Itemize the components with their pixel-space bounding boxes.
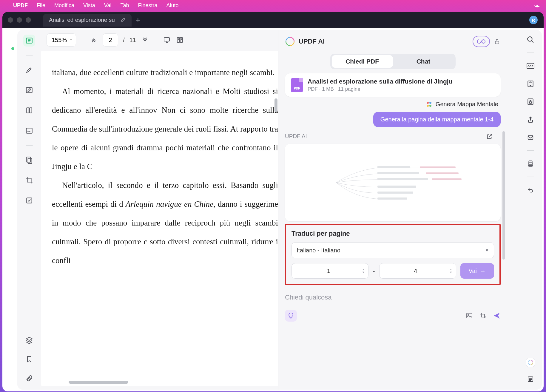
divider (83, 36, 83, 44)
next-page-icon[interactable] (141, 36, 149, 44)
layers-icon[interactable] (23, 334, 35, 346)
sidebar-divider (527, 150, 534, 151)
sidebar-divider (527, 177, 534, 177)
page-to-stepper[interactable]: 4| ▲▼ (379, 263, 456, 279)
updf-logo-small-icon[interactable] (526, 358, 535, 367)
svg-rect-1 (26, 87, 32, 92)
zoom-dropdown[interactable]: 155% (47, 33, 76, 47)
svg-rect-21 (467, 313, 472, 318)
menu-app[interactable]: UPDF (13, 2, 28, 9)
menu-window[interactable]: Finestra (138, 2, 157, 9)
menu-go[interactable]: Vai (104, 2, 112, 9)
svg-rect-20 (432, 178, 462, 180)
go-button[interactable]: Vai→ (460, 263, 494, 279)
menu-view[interactable]: Vista (83, 2, 95, 9)
menu-help[interactable]: Aiuto (166, 2, 179, 9)
chat-bottom-bar (285, 310, 501, 322)
prev-page-icon[interactable] (90, 36, 98, 44)
stepper-arrows-icon[interactable]: ▲▼ (362, 268, 365, 274)
highlighter-icon[interactable] (23, 64, 35, 76)
tool-misc-icon[interactable] (23, 195, 35, 206)
chat-input[interactable]: Chiedi qualcosa (285, 291, 501, 304)
document-tab[interactable]: Analisi ed esplorazione su (43, 14, 132, 27)
tab-ask-pdf[interactable]: Chiedi PDF (332, 55, 393, 68)
macos-menubar: UPDF File Modifica Vista Vai Tab Finestr… (0, 0, 546, 11)
ocr-icon[interactable]: OCR (525, 61, 536, 71)
svg-rect-18 (420, 166, 456, 168)
two-page-icon[interactable] (176, 36, 184, 44)
page-layout-icon[interactable] (23, 104, 35, 116)
svg-rect-17 (377, 197, 407, 200)
lock-file-icon[interactable] (525, 97, 536, 107)
attachment-icon[interactable] (23, 372, 35, 384)
file-meta: PDF · 1 MB · 11 pagine (308, 86, 452, 92)
infinity-button[interactable] (473, 36, 490, 47)
tab-chat[interactable]: Chat (393, 55, 454, 68)
dove-icon[interactable] (533, 1, 546, 9)
redact-icon[interactable] (23, 154, 35, 166)
image-icon[interactable] (465, 312, 473, 319)
convert-icon[interactable] (525, 79, 536, 89)
pencil-icon[interactable] (120, 17, 126, 23)
svg-rect-11 (495, 41, 499, 44)
svg-text:OCR: OCR (528, 65, 534, 68)
ai-title: UPDF AI (299, 38, 325, 45)
svg-rect-3 (30, 108, 32, 113)
notes-icon[interactable] (525, 374, 536, 384)
file-card[interactable]: PDF Analisi ed esplorazione sulla diffus… (285, 73, 501, 97)
sidebar-divider (527, 53, 534, 53)
page-number-input[interactable] (103, 33, 118, 47)
sidebar-divider (26, 145, 33, 146)
print-icon[interactable] (525, 159, 536, 169)
crop-alt-icon[interactable] (479, 312, 487, 319)
reader-mode-icon[interactable] (23, 35, 35, 47)
horizontal-scrollbar[interactable] (69, 381, 128, 384)
svg-rect-7 (27, 198, 32, 203)
doc-paragraph: italiana, due eccellenti culture tradizi… (52, 63, 278, 82)
vertical-scrollbar[interactable] (274, 98, 277, 112)
svg-rect-6 (28, 158, 32, 163)
divider (156, 36, 156, 44)
mindmap-generate-button[interactable]: Genera la pagina della mappa mentale 1-4 (373, 112, 501, 127)
svg-rect-4 (26, 128, 32, 133)
external-link-icon[interactable] (486, 133, 493, 140)
left-sidebar (17, 30, 41, 390)
ai-subheader: UPDF AI (285, 133, 501, 140)
menu-edit[interactable]: Modifica (54, 2, 74, 9)
language-dropdown[interactable]: Italiano - Italiano ▼ (291, 242, 494, 258)
svg-rect-13 (377, 172, 419, 174)
svg-rect-15 (377, 186, 416, 188)
menu-file[interactable]: File (37, 2, 45, 9)
svg-rect-14 (377, 178, 428, 180)
lightbulb-button[interactable] (285, 310, 297, 322)
pdf-file-icon: PDF (291, 78, 303, 92)
stepper-arrows-icon[interactable]: ▲▼ (450, 268, 452, 274)
document-toolbar: 155% / 11 (41, 30, 278, 50)
translate-card: Traduci per pagine Italiano - Italiano ▼… (285, 224, 501, 285)
menu-tab[interactable]: Tab (120, 2, 129, 9)
send-icon[interactable] (493, 312, 501, 320)
traffic-lights[interactable] (8, 17, 31, 23)
edit-text-icon[interactable] (23, 84, 35, 96)
mail-icon[interactable] (525, 132, 536, 143)
document-column: 155% / 11 (41, 30, 278, 390)
lock-icon[interactable] (493, 38, 501, 45)
avatar[interactable]: R (529, 16, 538, 24)
mindmap-dots-icon (426, 101, 432, 107)
mindmap-preview[interactable] (285, 144, 501, 221)
share-icon[interactable] (525, 115, 536, 125)
svg-rect-31 (529, 161, 532, 163)
crop-icon[interactable] (23, 174, 35, 186)
app-frame: 155% / 11 (2, 28, 544, 391)
present-icon[interactable] (163, 36, 171, 44)
undo-icon[interactable] (525, 185, 536, 195)
page-from-stepper[interactable]: 1 ▲▼ (291, 263, 368, 279)
fill-sign-icon[interactable] (23, 125, 35, 137)
new-tab-button[interactable]: + (136, 16, 140, 25)
mindmap-generate-label[interactable]: Genera Mappa Mentale (285, 101, 501, 108)
bookmark-icon[interactable] (23, 353, 35, 365)
file-title: Analisi ed esplorazione sulla diffusione… (308, 78, 452, 85)
ai-scrollbar[interactable] (502, 131, 505, 260)
document-page[interactable]: italiana, due eccellenti culture tradizi… (41, 51, 278, 386)
search-icon[interactable] (525, 35, 536, 45)
